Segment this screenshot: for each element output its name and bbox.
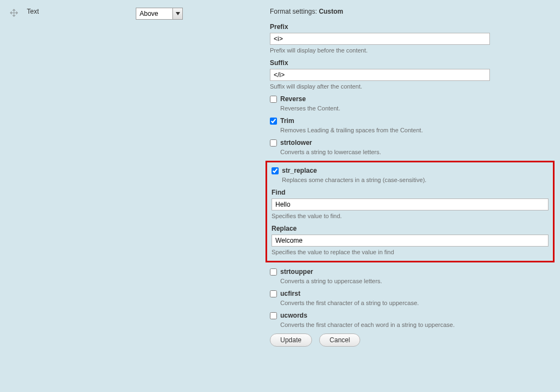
suffix-label: Suffix	[270, 59, 490, 67]
trim-checkbox[interactable]	[270, 118, 277, 125]
ucwords-label: ucwords	[280, 312, 307, 319]
replace-label: Replace	[272, 225, 549, 232]
strtoupper-label: strtoupper	[280, 268, 313, 276]
strtolower-desc: Converts a string to lowercase letters.	[280, 149, 490, 155]
str-replace-checkbox[interactable]	[272, 167, 279, 174]
strtolower-checkbox[interactable]	[270, 139, 277, 147]
prefix-input[interactable]	[270, 33, 490, 45]
find-label: Find	[272, 189, 549, 196]
trim-desc: Removes Leading & trailing spaces from t…	[280, 127, 490, 133]
replace-input[interactable]	[272, 235, 549, 247]
move-icon[interactable]	[10, 9, 18, 17]
strtoupper-desc: Converts a string to uppercase letters.	[280, 278, 490, 284]
reverse-label: Reverse	[280, 95, 306, 103]
strtolower-label: strtolower	[280, 139, 312, 147]
ucfirst-desc: Converts the first character of a string…	[280, 300, 490, 306]
suffix-desc: Suffix will display after the content.	[270, 83, 490, 90]
chevron-down-icon	[172, 8, 182, 19]
str-replace-highlight: str_replace Replaces some characters in …	[265, 161, 555, 262]
ucwords-desc: Converts the first character of each wor…	[280, 321, 490, 328]
cancel-button[interactable]: Cancel	[319, 334, 360, 347]
str-replace-desc: Replaces some characters in a string (ca…	[282, 177, 549, 183]
update-button[interactable]: Update	[270, 334, 312, 347]
trim-label: Trim	[280, 117, 294, 125]
ucfirst-label: ucfirst	[280, 290, 301, 297]
prefix-desc: Prefix will display before the content.	[270, 47, 490, 54]
ucwords-checkbox[interactable]	[270, 312, 277, 319]
ucfirst-checkbox[interactable]	[270, 290, 277, 297]
prefix-label: Prefix	[270, 23, 490, 31]
reverse-checkbox[interactable]	[270, 96, 277, 103]
strtoupper-checkbox[interactable]	[270, 268, 277, 276]
placement-select[interactable]: Above	[136, 8, 183, 20]
find-desc: Specifies the value to find.	[272, 213, 549, 219]
replace-desc: Specifies the value to replace the value…	[272, 249, 549, 255]
format-settings-header: Format settings: Custom	[270, 8, 550, 15]
reverse-desc: Reverses the Content.	[280, 105, 490, 112]
suffix-input[interactable]	[270, 69, 490, 81]
find-input[interactable]	[272, 198, 549, 210]
field-type-label: Text	[27, 8, 39, 15]
str-replace-label: str_replace	[282, 167, 317, 174]
